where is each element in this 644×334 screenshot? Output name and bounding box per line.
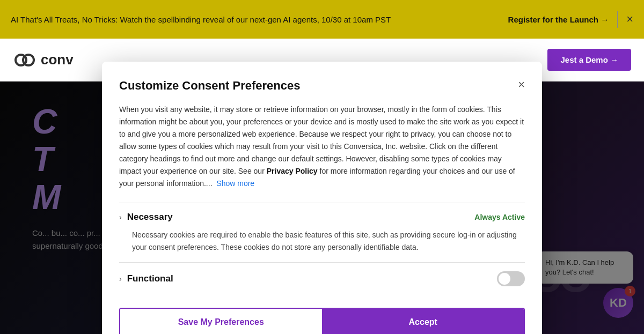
accordion-functional: › Functional (119, 262, 525, 295)
logo-text: conv (41, 51, 74, 68)
logo-icon (13, 48, 36, 72)
necessary-label: Necessary (127, 212, 173, 222)
modal-description-text: When you visit any website, it may store… (119, 105, 524, 175)
modal-overlay: Customize Consent Preferences × When you… (0, 81, 644, 334)
functional-toggle[interactable] (497, 271, 525, 286)
modal-header: Customize Consent Preferences × (119, 79, 525, 93)
banner-divider (617, 11, 618, 28)
privacy-policy-link[interactable]: Privacy Policy (267, 167, 318, 175)
always-active-badge: Always Active (474, 213, 525, 221)
accordion-necessary: › Necessary Always Active Necessary cook… (119, 203, 525, 262)
accordion-functional-left: › Functional (119, 273, 173, 284)
save-preferences-button[interactable]: Save My Preferences (120, 309, 323, 334)
banner-right: Register for the Launch → × (508, 11, 633, 28)
functional-chevron-icon[interactable]: › (119, 274, 122, 283)
modal-buttons: Save My Preferences Accept (119, 308, 525, 334)
accordion-necessary-left: › Necessary (119, 212, 173, 222)
modal-title: Customize Consent Preferences (119, 79, 300, 93)
banner-close-button[interactable]: × (626, 11, 633, 28)
accordion-necessary-header: › Necessary Always Active (119, 212, 525, 222)
consent-modal: Customize Consent Preferences × When you… (102, 62, 542, 334)
modal-close-button[interactable]: × (518, 79, 525, 91)
modal-description: When you visit any website, it may store… (119, 103, 525, 190)
register-link[interactable]: Register for the Launch → (508, 14, 609, 25)
banner-text: AI That's All Treats, No Tricks: Watch t… (11, 14, 440, 25)
svg-point-1 (23, 55, 34, 65)
request-demo-button[interactable]: Jest a Demo → (547, 49, 631, 71)
nav-logo: conv (13, 48, 74, 72)
nav-right: Jest a Demo → (547, 49, 631, 71)
functional-label: Functional (127, 273, 173, 284)
show-more-link[interactable]: Show more (216, 179, 254, 188)
hero-section: C T M Co... bu... co... pr... trustworth… (0, 81, 644, 334)
top-banner: AI That's All Treats, No Tricks: Watch t… (0, 0, 644, 39)
necessary-chevron-icon[interactable]: › (119, 213, 122, 221)
necessary-body: Necessary cookies are required to enable… (119, 229, 525, 254)
accordion-functional-header: › Functional (119, 271, 525, 286)
accept-button[interactable]: Accept (323, 309, 524, 334)
